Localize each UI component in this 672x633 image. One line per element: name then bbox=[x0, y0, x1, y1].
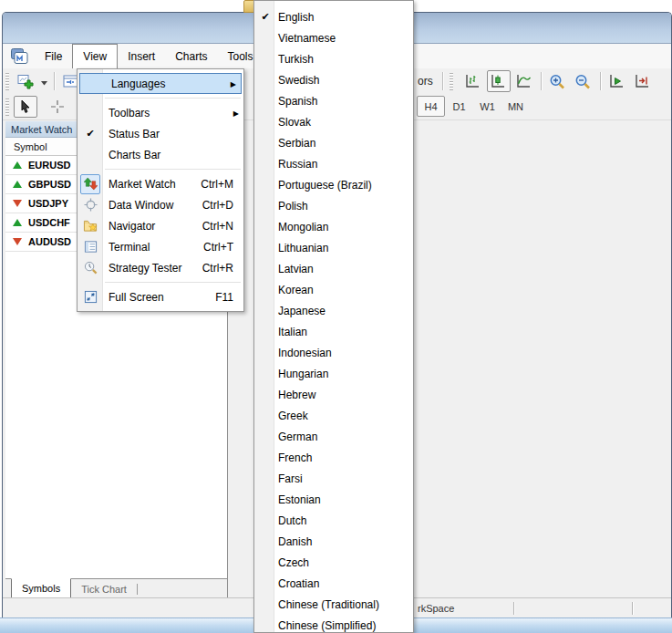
language-item-vietnamese[interactable]: Vietnamese bbox=[254, 27, 413, 48]
crosshair-icon[interactable] bbox=[46, 96, 69, 118]
menu-item-label: Korean bbox=[276, 284, 314, 296]
menu-item-label: Czech bbox=[276, 556, 309, 569]
menu-item-shortcut: Ctrl+M bbox=[201, 178, 243, 191]
chart-shift-icon[interactable] bbox=[631, 70, 655, 92]
menu-charts[interactable]: Charts bbox=[165, 44, 217, 68]
timeframe-buttons: H4D1W1MN bbox=[417, 96, 530, 117]
toolbar-grip[interactable] bbox=[5, 99, 9, 116]
language-item-chinese-simplified[interactable]: Chinese (Simplified) bbox=[254, 615, 413, 633]
data-window-icon bbox=[81, 196, 99, 214]
language-item-hungarian[interactable]: Hungarian bbox=[254, 363, 413, 384]
desktop: FileViewInsertChartsTools ors bbox=[0, 0, 672, 633]
language-item-swedish[interactable]: Swedish bbox=[254, 69, 413, 90]
menu-item-label: Turkish bbox=[276, 53, 314, 66]
toolbar-charts-group: ors bbox=[416, 70, 656, 92]
language-item-latvian[interactable]: Latvian bbox=[254, 258, 413, 279]
language-item-dutch[interactable]: Dutch bbox=[254, 510, 413, 531]
candlestick-icon[interactable] bbox=[487, 70, 511, 92]
view-menu-list: Languages▶Toolbars▶✔Status BarCharts Bar… bbox=[78, 73, 243, 307]
menu-view[interactable]: View bbox=[72, 44, 118, 68]
menu-gutter bbox=[78, 238, 103, 256]
menu-item-label: Terminal bbox=[103, 241, 150, 254]
menu-item-shortcut: Ctrl+D bbox=[202, 199, 243, 212]
language-item-english[interactable]: ✔English bbox=[254, 6, 413, 27]
language-item-danish[interactable]: Danish bbox=[254, 531, 413, 552]
menu-item-label: Full Screen bbox=[103, 291, 164, 304]
language-item-portuguese-brazil[interactable]: Portuguese (Brazil) bbox=[254, 174, 413, 195]
language-item-indonesian[interactable]: Indonesian bbox=[254, 342, 413, 363]
language-item-slovak[interactable]: Slovak bbox=[254, 111, 413, 132]
view-menu-item-charts-bar[interactable]: Charts Bar bbox=[78, 144, 243, 165]
toolbar-separator bbox=[54, 72, 55, 90]
language-item-lithuanian[interactable]: Lithuanian bbox=[254, 237, 413, 258]
language-item-mongolian[interactable]: Mongolian bbox=[254, 216, 413, 237]
timeframe-h4[interactable]: H4 bbox=[417, 96, 445, 117]
language-item-russian[interactable]: Russian bbox=[254, 153, 413, 174]
toolbar-grip[interactable] bbox=[5, 73, 9, 90]
new-chart-icon[interactable] bbox=[14, 70, 37, 92]
menu-insert[interactable]: Insert bbox=[118, 44, 165, 68]
view-menu-item-toolbars[interactable]: Toolbars▶ bbox=[78, 102, 243, 123]
menu-item-label: Chinese (Simplified) bbox=[276, 619, 376, 632]
menu-item-label: Serbian bbox=[276, 137, 315, 150]
language-item-italian[interactable]: Italian bbox=[254, 321, 413, 342]
zoom-out-icon[interactable] bbox=[572, 70, 595, 92]
auto-scroll-icon[interactable] bbox=[605, 70, 629, 92]
languages-submenu: ✔EnglishVietnameseTurkishSwedishSpanishS… bbox=[253, 0, 414, 633]
line-chart-icon[interactable] bbox=[512, 70, 536, 92]
language-item-german[interactable]: German bbox=[254, 426, 413, 447]
menu-separator bbox=[105, 282, 241, 283]
view-menu-item-market-watch[interactable]: Market WatchCtrl+M bbox=[78, 173, 243, 194]
language-item-serbian[interactable]: Serbian bbox=[254, 132, 413, 153]
language-item-french[interactable]: French bbox=[254, 447, 413, 468]
down-arrow-icon bbox=[13, 200, 22, 207]
timeframe-d1[interactable]: D1 bbox=[445, 96, 473, 117]
menu-item-label: Polish bbox=[276, 200, 308, 213]
symbol-name: AUDUSD bbox=[28, 236, 71, 247]
menu-item-label: Data Window bbox=[103, 199, 173, 212]
menu-gutter bbox=[78, 259, 103, 277]
language-item-croatian[interactable]: Croatian bbox=[254, 573, 413, 594]
view-menu: Languages▶Toolbars▶✔Status BarCharts Bar… bbox=[77, 68, 244, 312]
strategy-tester-icon bbox=[81, 259, 99, 277]
timeframe-w1[interactable]: W1 bbox=[473, 96, 501, 117]
view-menu-item-status-bar[interactable]: ✔Status Bar bbox=[78, 123, 243, 144]
menu-item-label: Hungarian bbox=[276, 368, 328, 380]
menu-gutter bbox=[78, 174, 103, 194]
view-menu-item-full-screen[interactable]: Full ScreenF11 bbox=[78, 286, 243, 307]
language-item-chinese-traditional[interactable]: Chinese (Traditional) bbox=[254, 594, 413, 615]
indicators-button[interactable]: ors bbox=[416, 75, 439, 88]
zoom-in-icon[interactable] bbox=[546, 70, 570, 92]
tab-tick-chart[interactable]: Tick Chart bbox=[71, 579, 137, 598]
timeframe-mn[interactable]: MN bbox=[501, 96, 530, 117]
language-item-czech[interactable]: Czech bbox=[254, 552, 413, 573]
view-menu-item-strategy-tester[interactable]: Strategy TesterCtrl+R bbox=[78, 257, 243, 278]
view-menu-item-navigator[interactable]: NavigatorCtrl+N bbox=[78, 215, 243, 236]
tab-symbols[interactable]: Symbols bbox=[11, 578, 71, 598]
menu-item-label: German bbox=[276, 431, 317, 443]
language-item-greek[interactable]: Greek bbox=[254, 405, 413, 426]
market-watch-icon bbox=[80, 174, 100, 194]
view-menu-item-terminal[interactable]: TerminalCtrl+T bbox=[78, 236, 243, 257]
menu-item-label: Hebrew bbox=[276, 389, 315, 401]
language-item-estonian[interactable]: Estonian bbox=[254, 489, 413, 510]
menu-file[interactable]: File bbox=[35, 44, 72, 68]
view-menu-item-data-window[interactable]: Data WindowCtrl+D bbox=[78, 194, 243, 215]
menu-item-label: Latvian bbox=[276, 263, 314, 275]
cursor-icon[interactable] bbox=[14, 96, 37, 118]
language-item-farsi[interactable]: Farsi bbox=[254, 468, 413, 489]
language-item-korean[interactable]: Korean bbox=[254, 279, 413, 300]
menu-item-shortcut: Ctrl+R bbox=[202, 262, 243, 275]
chevron-down-icon[interactable] bbox=[41, 73, 47, 89]
language-item-spanish[interactable]: Spanish bbox=[254, 90, 413, 111]
language-item-polish[interactable]: Polish bbox=[254, 195, 413, 216]
toolbar-grip[interactable] bbox=[450, 73, 453, 90]
language-item-japanese[interactable]: Japanese bbox=[254, 300, 413, 321]
language-item-turkish[interactable]: Turkish bbox=[254, 48, 413, 69]
language-item-hebrew[interactable]: Hebrew bbox=[254, 384, 413, 405]
symbol-name: GBPUSD bbox=[28, 179, 71, 190]
menu-item-label: Lithuanian bbox=[276, 242, 328, 254]
view-menu-item-languages[interactable]: Languages▶ bbox=[79, 73, 242, 94]
menu-item-label: Navigator bbox=[103, 220, 155, 233]
bar-chart-icon[interactable] bbox=[461, 70, 485, 92]
